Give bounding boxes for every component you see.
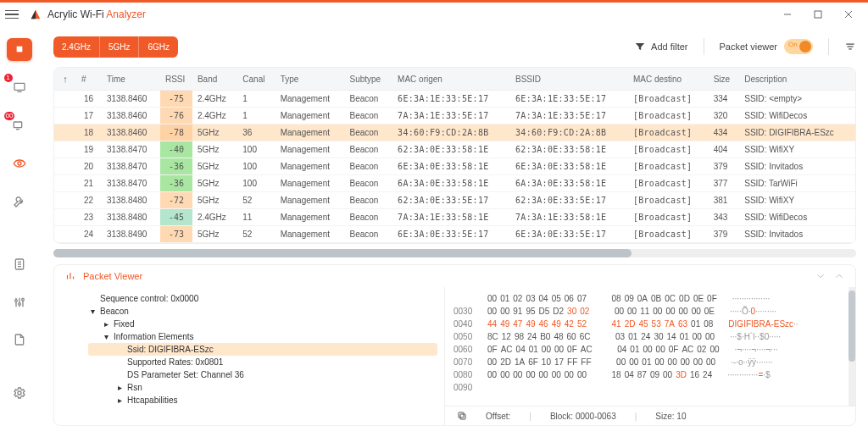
sidebar-item-reports[interactable] [7, 329, 32, 351]
column-header[interactable]: Type [275, 68, 345, 91]
hex-scrollbar[interactable] [849, 287, 855, 406]
badge: 1 [4, 74, 13, 82]
svg-point-17 [14, 299, 17, 302]
table-row[interactable]: 203138.8470-365GHz100ManagementBeacon6E:… [54, 158, 855, 175]
toggle-switch[interactable]: On [784, 39, 813, 54]
column-header[interactable]: RSSI [160, 68, 192, 91]
sidebar-item-tools[interactable] [7, 191, 32, 213]
copy-icon[interactable] [457, 411, 467, 421]
tree-node[interactable]: ▾Information Elements [88, 330, 437, 343]
window-minimize-button[interactable] [773, 5, 802, 24]
table-row[interactable]: 223138.8480-725GHz52ManagementBeacon62:3… [54, 192, 855, 209]
tree-node[interactable]: Supported Rates: 0x0801 [88, 356, 437, 368]
svg-rect-5 [14, 84, 25, 91]
table-row[interactable]: 233138.8480-452.4GHz11ManagementBeacon7A… [54, 209, 855, 226]
window-close-button[interactable] [834, 5, 863, 24]
tree-node[interactable]: ▸Fixed [88, 318, 437, 330]
sidebar-item-inventory[interactable] [7, 252, 32, 275]
column-header[interactable]: # [76, 68, 102, 91]
horizontal-scrollbar[interactable] [53, 249, 856, 257]
packet-viewer-title: Packet Viewer [83, 271, 142, 281]
band-group: 2.4GHz 5GHz 6GHz [53, 36, 178, 58]
filter-icon [634, 41, 646, 53]
band-button-6ghz[interactable]: 6GHz [139, 36, 178, 58]
menu-icon[interactable] [5, 10, 19, 19]
add-filter-button[interactable]: Add filter [634, 41, 687, 53]
sidebar-item-monitor[interactable] [7, 152, 32, 175]
tree-node[interactable]: ▸Rsn [88, 381, 437, 394]
table-row[interactable]: 183138.8460-785GHz36ManagementBeacon34:6… [54, 124, 855, 141]
title-bar: Acrylic Wi-Fi Analyzer [0, 3, 868, 26]
table-row[interactable]: 163138.8460-752.4GHz1ManagementBeacon6E:… [54, 91, 855, 108]
packet-table: ↑#TimeRSSIBandCanalTypeSubtypeMAC origen… [54, 68, 855, 243]
block-label: Block: 0000-0063 [550, 412, 616, 421]
column-header[interactable]: Canal [237, 68, 275, 91]
sort-icon[interactable]: ↑ [54, 68, 76, 91]
svg-rect-27 [460, 414, 465, 419]
add-filter-label: Add filter [651, 41, 687, 52]
svg-rect-1 [815, 11, 821, 18]
band-button-2-4ghz[interactable]: 2.4GHz [53, 36, 100, 58]
packet-viewer-toggle[interactable]: Packet viewer On [720, 39, 813, 54]
tree-node[interactable]: Sequence control: 0x0000 [88, 292, 437, 305]
bars-icon [64, 270, 76, 282]
column-header[interactable]: Subtype [344, 68, 392, 91]
sidebar-item-settings[interactable] [7, 382, 32, 405]
hex-footer: Offset: | Block: 0000-0063 | Size: 10 [445, 406, 855, 425]
svg-rect-4 [16, 47, 22, 53]
column-header[interactable]: Time [102, 68, 160, 91]
column-header[interactable]: BSSID [510, 68, 628, 91]
sidebar: 1 00 [0, 26, 38, 426]
column-header[interactable]: Description [739, 68, 855, 91]
offset-label: Offset: [486, 412, 510, 421]
app-title: Acrylic Wi-Fi Analyzer [47, 8, 146, 20]
packet-tree[interactable]: Sequence control: 0x0000▾Beacon▸Fixed▾In… [54, 287, 444, 425]
packet-viewer-panel: Packet Viewer Sequence control: 0x0000▾B… [53, 264, 856, 426]
chevron-down-icon[interactable] [815, 270, 826, 282]
column-header[interactable]: Band [192, 68, 237, 91]
chevron-up-icon[interactable] [833, 270, 845, 282]
table-row[interactable]: 193138.8470-405GHz100ManagementBeacon62:… [54, 141, 855, 158]
tree-node[interactable]: Ssid: DIGIFIBRA-ESzc [88, 343, 437, 356]
table-row[interactable]: 213138.8470-365GHz100ManagementBeacon6A:… [54, 175, 855, 192]
toolbar: 2.4GHz 5GHz 6GHz Add filter Packet viewe… [53, 26, 856, 67]
tree-node[interactable]: DS Parameter Set: Channel 36 [88, 368, 437, 381]
sidebar-item-networks[interactable]: 1 [7, 76, 32, 99]
sidebar-item-stations[interactable]: 00 [7, 114, 32, 137]
svg-point-18 [18, 302, 20, 305]
tree-node[interactable]: ▾Beacon [88, 305, 437, 318]
hex-dump[interactable]: 0001020304050607 08090A0B0C0D0E0F·······… [445, 287, 849, 406]
svg-rect-28 [459, 412, 464, 418]
svg-point-20 [18, 391, 21, 395]
column-header[interactable]: Size [709, 68, 740, 91]
packet-viewer-label: Packet viewer [720, 41, 777, 52]
table-row[interactable]: 173138.8460-762.4GHz1ManagementBeacon7A:… [54, 108, 855, 124]
sidebar-stop-button[interactable] [7, 38, 32, 61]
options-icon[interactable] [844, 41, 856, 53]
svg-rect-7 [14, 122, 21, 128]
app-logo-icon [29, 8, 42, 21]
badge: 00 [4, 112, 15, 120]
band-button-5ghz[interactable]: 5GHz [100, 36, 140, 58]
svg-point-9 [18, 162, 21, 165]
sidebar-item-sliders[interactable] [7, 290, 32, 313]
column-header[interactable]: MAC origen [392, 68, 510, 91]
table-row[interactable]: 243138.8490-735GHz52ManagementBeacon6E:3… [54, 226, 855, 243]
tree-node[interactable]: ▸Htcapabilities [88, 394, 437, 407]
window-maximize-button[interactable] [804, 5, 832, 24]
svg-point-19 [21, 298, 24, 301]
size-label: Size: 10 [655, 412, 686, 421]
column-header[interactable]: MAC destino [628, 68, 709, 91]
